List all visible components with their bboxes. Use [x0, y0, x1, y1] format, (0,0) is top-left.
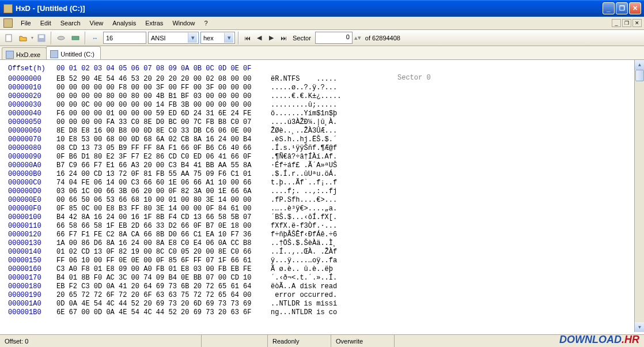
menu-analysis[interactable]: Analysis	[108, 18, 141, 28]
tabbar: HxD.exe Untitled (C:)	[0, 46, 644, 60]
hex-row[interactable]: 0000019020 65 72 72 6F 72 20 6F 63 63 75…	[2, 291, 642, 300]
menu-file[interactable]: File	[16, 18, 36, 28]
save-button[interactable]	[35, 32, 48, 44]
hex-row[interactable]: 0000002000 00 00 00 80 00 80 00 4B B1 BF…	[2, 92, 642, 101]
hex-row[interactable]: 000000608E D8 E8 16 00 B8 00 0D 8E C0 33…	[2, 127, 642, 135]
refresh-button[interactable]: ↔	[89, 32, 101, 44]
hex-header: Offset(h)00 01 02 03 04 05 06 07 08 09 0…	[2, 65, 642, 73]
disk-icon	[50, 50, 58, 58]
open-disk-button[interactable]	[55, 32, 67, 44]
scroll-thumb[interactable]	[635, 70, 644, 81]
sector-annotation: Sector 0	[397, 74, 431, 82]
mdi-minimize-button[interactable]: _	[612, 19, 621, 27]
svg-point-3	[58, 36, 65, 40]
hex-row[interactable]: 000000F00F 85 0C 00 E8 B3 FF 80 3E 14 00…	[2, 205, 642, 213]
hex-row[interactable]: 0000011066 58 66 58 1F EB 2D 66 33 D2 66…	[2, 222, 642, 231]
svg-rect-4	[72, 36, 79, 40]
hex-row[interactable]: 0000005000 00 00 00 FA 33 C0 8E D0 BC 00…	[2, 118, 642, 127]
menu-window[interactable]: Window	[168, 18, 199, 28]
statusbar: Offset: 0 Readonly Overwrite	[0, 334, 644, 347]
hex-row[interactable]: 00000160C3 A0 F8 01 E8 09 00 A0 FB 01 E8…	[2, 265, 642, 274]
window-title: HxD - [Untitled (C:)]	[16, 4, 603, 13]
sector-label: Sector	[293, 35, 311, 42]
first-sector-button[interactable]: ⏮	[242, 33, 252, 43]
hex-row[interactable]: 000001B06E 67 00 0D 0A 4E 54 4C 44 52 20…	[2, 308, 642, 317]
app-icon	[3, 4, 13, 13]
menubar: File Edit Search View Analysis Extras Wi…	[0, 17, 644, 30]
next-sector-button[interactable]: ▶	[266, 33, 276, 43]
hex-row[interactable]: 000000D003 06 1C 00 66 3B 06 20 00 0F 82…	[2, 187, 642, 196]
mdi-restore-button[interactable]: ❐	[622, 19, 631, 27]
minimize-button[interactable]: _	[603, 2, 615, 14]
offset-base-combo[interactable]: hex	[200, 32, 235, 44]
watermark: DOWNLOAD.HR	[559, 334, 639, 346]
svg-rect-2	[39, 35, 44, 38]
hex-row[interactable]: 0000001000 00 00 00 00 F8 00 00 3F 00 FF…	[2, 84, 642, 92]
mdi-close-button[interactable]: ✕	[632, 19, 642, 27]
menu-help[interactable]: ?	[200, 18, 213, 28]
menu-view[interactable]: View	[85, 18, 108, 28]
hex-row[interactable]: 000001A00D 0A 4E 54 4C 44 52 20 69 73 20…	[2, 300, 642, 308]
last-sector-button[interactable]: ⏭	[278, 33, 289, 43]
charset-combo[interactable]: ANSI	[148, 32, 199, 44]
hex-row[interactable]: 00000180EB F2 C3 0D 0A 41 20 64 69 73 6B…	[2, 282, 642, 291]
maximize-button[interactable]: ❐	[616, 2, 628, 14]
hex-row[interactable]: 0000003000 00 0C 00 00 00 00 00 14 FB 3B…	[2, 101, 642, 110]
svg-rect-0	[6, 35, 12, 42]
close-button[interactable]: ✕	[629, 2, 641, 14]
open-ram-button[interactable]	[69, 32, 82, 44]
hex-row[interactable]: 000000900F B6 D1 80 E2 3F F7 E2 86 CD C0…	[2, 153, 642, 161]
status-offset: Offset: 0	[0, 335, 202, 347]
hex-row[interactable]: 00000170B4 01 8B F0 AC 3C 00 74 09 B4 0E…	[2, 274, 642, 282]
hex-row[interactable]: 0000007010 E8 53 00 68 00 0D 68 6A 02 CB…	[2, 135, 642, 144]
open-button[interactable]	[17, 32, 29, 44]
file-icon	[6, 51, 14, 59]
tab-hxd-exe[interactable]: HxD.exe	[2, 47, 47, 59]
hex-row[interactable]: 00000000EB 52 90 4E 54 46 53 20 20 20 20…	[2, 75, 642, 84]
status-readonly: Readonly	[268, 335, 331, 347]
titlebar: HxD - [Untitled (C:)] _ ❐ ✕	[0, 0, 644, 17]
hex-row[interactable]: 000000C074 04 FE 06 14 00 C3 66 60 1E 06…	[2, 179, 642, 187]
scroll-up-button[interactable]: ▲	[635, 60, 644, 70]
hex-row[interactable]: 000000A0B7 C9 66 F7 E1 66 A3 20 00 C3 B4…	[2, 161, 642, 170]
hex-row[interactable]: 000001301A 00 86 D6 8A 16 24 00 8A E8 C0…	[2, 239, 642, 248]
tab-untitled-c[interactable]: Untitled (C:)	[46, 46, 101, 59]
hex-row[interactable]: 00000040F6 00 00 00 01 00 00 00 59 ED 6D…	[2, 110, 642, 118]
hex-row[interactable]: 000000B016 24 00 CD 13 72 0F 81 FB 55 AA…	[2, 170, 642, 179]
toolbar: ▾ ↔ 16 ANSI hex ⏮ ◀ ▶ ⏭ Sector 0 ▴▾ of 6…	[0, 30, 644, 46]
vertical-scrollbar[interactable]: ▲ ▼	[634, 60, 644, 332]
hex-row[interactable]: 00000150FF 06 10 00 FF 0E 0E 00 0F 85 6F…	[2, 257, 642, 265]
menu-extras[interactable]: Extras	[141, 18, 168, 28]
hex-row[interactable]: 000000E000 66 50 06 53 66 68 10 00 01 00…	[2, 196, 642, 205]
hex-row[interactable]: 00000100B4 42 8A 16 24 00 16 1F 8B F4 CD…	[2, 213, 642, 222]
sector-total-label: of 62894408	[365, 35, 400, 42]
hex-editor-view[interactable]: Offset(h)00 01 02 03 04 05 06 07 08 09 0…	[0, 60, 644, 332]
sector-input[interactable]: 0	[315, 32, 353, 44]
prev-sector-button[interactable]: ◀	[254, 33, 264, 43]
new-button[interactable]	[2, 32, 15, 44]
hex-row[interactable]: 0000008008 CD 13 73 05 B9 FF FF 8A F1 66…	[2, 144, 642, 153]
bytes-per-row-input[interactable]: 16	[103, 32, 146, 44]
menu-search[interactable]: Search	[56, 18, 85, 28]
hex-row[interactable]: 0000012066 F7 F1 FE C2 8A CA 66 8B D0 66…	[2, 231, 642, 239]
hex-row[interactable]: 0000014001 02 CD 13 0F 82 19 00 8C C0 05…	[2, 248, 642, 257]
mdi-icon	[3, 18, 13, 28]
scroll-down-button[interactable]: ▼	[635, 322, 644, 332]
menu-edit[interactable]: Edit	[36, 18, 56, 28]
status-overwrite: Overwrite	[331, 335, 395, 347]
